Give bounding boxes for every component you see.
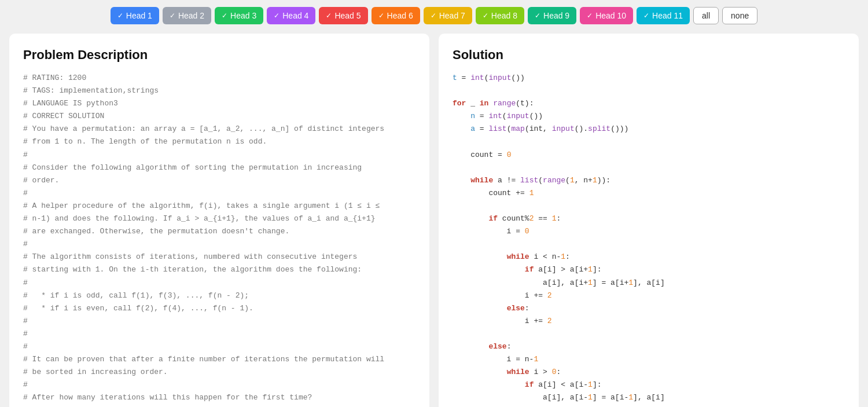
checkmark-icon: ✓ (274, 12, 279, 20)
btn-head5[interactable]: ✓Head 5 (319, 7, 367, 24)
header-buttons: ✓Head 1✓Head 2✓Head 3✓Head 4✓Head 5✓Head… (9, 7, 859, 24)
btn-head4[interactable]: ✓Head 4 (267, 7, 315, 24)
btn-head7[interactable]: ✓Head 7 (424, 7, 472, 24)
btn-none[interactable]: none (722, 7, 757, 24)
problem-panel: Problem Description # RATING: 1200 # TAG… (9, 34, 429, 407)
solution-panel: Solution t = int(input()) for _ in range… (439, 34, 859, 407)
btn-label: Head 2 (178, 11, 204, 20)
checkmark-icon: ✓ (326, 12, 332, 20)
checkmark-icon: ✓ (117, 12, 123, 20)
solution-code: t = int(input()) for _ in range(t): n = … (453, 72, 845, 407)
btn-label: Head 8 (491, 11, 517, 20)
checkmark-icon: ✓ (483, 12, 488, 20)
checkmark-icon: ✓ (587, 12, 593, 20)
btn-label: Head 6 (387, 11, 413, 20)
btn-head1[interactable]: ✓Head 1 (111, 7, 159, 24)
checkmark-icon: ✓ (431, 12, 436, 20)
problem-description: # RATING: 1200 # TAGS: implementation,st… (23, 72, 415, 407)
btn-head6[interactable]: ✓Head 6 (372, 7, 420, 24)
checkmark-icon: ✓ (535, 12, 540, 20)
solution-title: Solution (453, 47, 845, 63)
btn-head11[interactable]: ✓Head 11 (637, 7, 690, 24)
btn-all[interactable]: all (693, 7, 719, 24)
checkmark-icon: ✓ (222, 12, 227, 20)
checkmark-icon: ✓ (378, 12, 384, 20)
btn-label: Head 10 (595, 11, 626, 20)
checkmark-icon: ✓ (170, 12, 175, 20)
btn-head9[interactable]: ✓Head 9 (528, 7, 576, 24)
btn-label: Head 9 (543, 11, 569, 20)
btn-head8[interactable]: ✓Head 8 (476, 7, 524, 24)
btn-label: Head 5 (334, 11, 361, 20)
btn-head3[interactable]: ✓Head 3 (215, 7, 263, 24)
btn-label: Head 7 (439, 11, 465, 20)
btn-label: Head 3 (230, 11, 256, 20)
btn-label: Head 1 (126, 11, 152, 20)
btn-label: Head 11 (652, 11, 683, 20)
btn-label: Head 4 (282, 11, 308, 20)
btn-head10[interactable]: ✓Head 10 (580, 7, 633, 24)
content-area: Problem Description # RATING: 1200 # TAG… (9, 34, 859, 407)
problem-title: Problem Description (23, 47, 415, 63)
btn-head2[interactable]: ✓Head 2 (163, 7, 211, 24)
checkmark-icon: ✓ (643, 12, 649, 20)
